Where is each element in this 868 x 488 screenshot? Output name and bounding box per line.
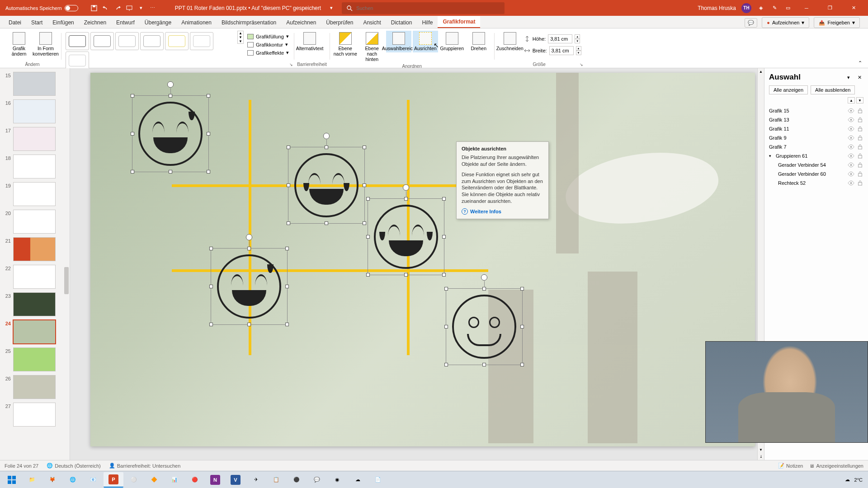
- style-preset[interactable]: [115, 32, 139, 50]
- tab-hilfe[interactable]: Hilfe: [417, 17, 438, 28]
- file-explorer-icon[interactable]: 📁: [22, 472, 42, 488]
- selected-emoji-3[interactable]: [368, 198, 444, 275]
- user-avatar[interactable]: TH: [741, 3, 751, 13]
- rotate-handle[interactable]: [403, 184, 409, 191]
- visibility-toggle-icon[interactable]: [848, 171, 854, 177]
- scroll-up-icon[interactable]: ▲: [758, 68, 764, 75]
- slide-editor[interactable]: ▲ ▼ ⤓: [70, 68, 764, 460]
- close-button[interactable]: ✕: [844, 1, 863, 15]
- visibility-toggle-icon[interactable]: [848, 126, 854, 132]
- doc-dropdown-icon[interactable]: ▾: [330, 5, 333, 11]
- sel-item-grafik-9[interactable]: Grafik 9: [769, 135, 845, 141]
- show-all-button[interactable]: Alle anzeigen: [769, 85, 808, 94]
- vlc-icon[interactable]: 🔶: [144, 472, 164, 488]
- selected-emoji-5[interactable]: [446, 288, 523, 365]
- onenote-icon[interactable]: N: [205, 472, 225, 488]
- ausrichten-button[interactable]: Ausrichten↖: [413, 31, 438, 52]
- tree-expander-icon[interactable]: ▾: [769, 154, 774, 158]
- thumbnail-18[interactable]: [13, 155, 56, 178]
- search-input[interactable]: [356, 5, 500, 11]
- tab-ueberpruefen[interactable]: Überprüfen: [321, 17, 358, 28]
- tab-uebergaenge[interactable]: Übergänge: [140, 17, 176, 28]
- lock-toggle-icon[interactable]: [857, 126, 863, 132]
- lock-toggle-icon[interactable]: [857, 135, 863, 141]
- aufzeichnen-button[interactable]: ●Aufzeichnen▾: [762, 17, 809, 28]
- status-accessibility[interactable]: 👤Barrierefreiheit: Untersuchen: [109, 463, 181, 469]
- visibility-toggle-icon[interactable]: [848, 135, 854, 141]
- present-from-start-icon[interactable]: [125, 4, 133, 12]
- lock-toggle-icon[interactable]: [857, 153, 863, 159]
- thumbnail-20[interactable]: [13, 210, 56, 234]
- group-launcher-groesse[interactable]: ↘: [580, 62, 583, 67]
- visio-icon[interactable]: V: [226, 472, 245, 488]
- tab-entwurf[interactable]: Entwurf: [111, 17, 140, 28]
- search-box[interactable]: [342, 2, 505, 14]
- freigeben-button[interactable]: 📤Freigeben▾: [814, 17, 860, 28]
- powerpoint-icon[interactable]: P: [104, 472, 123, 488]
- breite-up[interactable]: ▲: [576, 46, 581, 51]
- lock-toggle-icon[interactable]: [857, 171, 863, 177]
- thumbnail-16[interactable]: [13, 99, 56, 123]
- chrome-icon[interactable]: 🌐: [63, 472, 83, 488]
- taskbar-app-icon[interactable]: ⚪: [124, 472, 144, 488]
- tab-start[interactable]: Start: [26, 17, 47, 28]
- tab-bildschirmpraesentation[interactable]: Bildschirmpräsentation: [217, 17, 281, 28]
- tab-ansicht[interactable]: Ansicht: [358, 17, 386, 28]
- visibility-toggle-icon[interactable]: [848, 144, 854, 150]
- thumbnail-23[interactable]: [13, 292, 56, 316]
- selected-emoji-2[interactable]: [288, 147, 365, 224]
- style-preset[interactable]: [66, 52, 89, 70]
- visibility-toggle-icon[interactable]: [848, 117, 854, 123]
- taskbar-app-icon[interactable]: ☁: [348, 472, 368, 488]
- lock-toggle-icon[interactable]: [857, 144, 863, 150]
- group-launcher-vorlagen[interactable]: ↘: [289, 62, 293, 67]
- save-icon[interactable]: [90, 4, 98, 12]
- window-mode-icon[interactable]: ▭: [784, 4, 792, 12]
- thumbnail-27[interactable]: [13, 403, 56, 427]
- thumbnail-21[interactable]: [13, 237, 56, 261]
- sel-item-grafik-13[interactable]: Grafik 13: [769, 117, 845, 122]
- sel-item-verbinder-54[interactable]: Gerader Verbinder 54: [778, 162, 845, 168]
- selected-emoji-4[interactable]: [211, 248, 288, 325]
- outlook-icon[interactable]: 📧: [83, 472, 103, 488]
- hide-all-button[interactable]: Alle ausblenden: [811, 85, 855, 94]
- rotate-handle[interactable]: [323, 133, 330, 139]
- hoehe-input[interactable]: [548, 34, 572, 43]
- taskbar-app-icon[interactable]: 📄: [368, 472, 388, 488]
- autosave-toggle-icon[interactable]: [65, 5, 78, 11]
- selected-emoji-1[interactable]: [132, 95, 209, 172]
- visibility-toggle-icon[interactable]: [848, 162, 854, 168]
- gallery-expand-icon[interactable]: ▼: [238, 39, 243, 43]
- taskbar-app-icon[interactable]: 📊: [165, 472, 184, 488]
- sel-item-rechteck-52[interactable]: Rechteck 52: [778, 180, 845, 186]
- minimize-button[interactable]: ─: [797, 1, 816, 15]
- visibility-toggle-icon[interactable]: [848, 180, 854, 186]
- qat-customize-icon[interactable]: ⋯: [149, 4, 157, 12]
- gallery-up-icon[interactable]: ▲: [238, 31, 243, 35]
- tooltip-more-link[interactable]: ?Weitere Infos: [462, 208, 543, 215]
- slide-canvas[interactable]: [90, 73, 755, 446]
- thumbnail-17[interactable]: [13, 127, 56, 151]
- grafikfuellung-button[interactable]: Grafikfüllung▾: [245, 33, 291, 40]
- rotate-handle[interactable]: [481, 274, 487, 281]
- status-language[interactable]: 🌐Deutsch (Österreich): [47, 463, 100, 469]
- sel-item-grafik-15[interactable]: Grafik 15: [769, 108, 845, 113]
- tab-einfuegen[interactable]: Einfügen: [47, 17, 79, 28]
- gallery-down-icon[interactable]: ▼: [238, 35, 243, 39]
- grafikkontur-button[interactable]: Grafikkontur▾: [245, 41, 291, 48]
- weather-temp[interactable]: 2°C: [854, 477, 863, 483]
- alternativtext-button[interactable]: Alternativtext: [297, 31, 322, 52]
- taskbar-app-icon[interactable]: ⚫: [287, 472, 307, 488]
- move-down-icon[interactable]: ▼: [856, 97, 863, 103]
- visibility-toggle-icon[interactable]: [848, 108, 854, 114]
- ebene-nach-hinten-button[interactable]: Ebene nach hinten: [359, 31, 385, 63]
- autosave-control[interactable]: Automatisches Speichern: [2, 5, 82, 11]
- coming-soon-icon[interactable]: ✎: [770, 4, 778, 12]
- display-settings-button[interactable]: 🖥Anzeigeeinstellungen: [809, 463, 863, 469]
- lock-toggle-icon[interactable]: [857, 180, 863, 186]
- rotate-handle[interactable]: [246, 234, 252, 240]
- thumbnail-22[interactable]: [13, 265, 56, 289]
- tab-aufzeichnen[interactable]: Aufzeichnen: [281, 17, 321, 28]
- taskbar-app-icon[interactable]: ◉: [327, 472, 347, 488]
- breite-input[interactable]: [549, 46, 574, 55]
